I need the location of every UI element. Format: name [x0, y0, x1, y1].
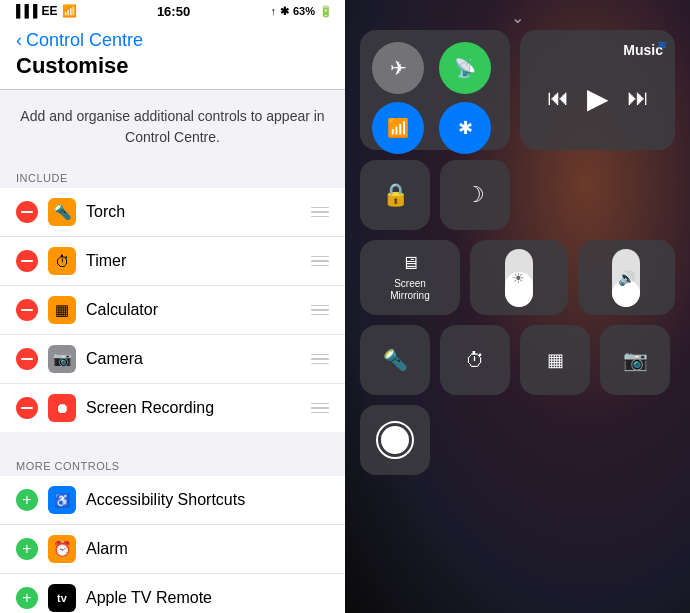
- cc-timer-button[interactable]: ⏱: [440, 325, 510, 395]
- signal-icon: ▐▐▐: [12, 4, 38, 18]
- cc-previous-button[interactable]: ⏮: [547, 85, 569, 111]
- cc-volume-slider[interactable]: 🔊: [578, 240, 676, 315]
- cc-cellular-button[interactable]: 📡: [439, 42, 491, 94]
- add-alarm-button[interactable]: [16, 538, 38, 560]
- cc-airplay-icon: ≋: [657, 38, 667, 52]
- cc-grid: ✈ 📡 📶 ✱ ≋ Music ⏮ ▶ ⏭ 🔒 ☽: [360, 30, 675, 475]
- cc-calculator-button[interactable]: ▦: [520, 325, 590, 395]
- description-text: Add and organise additional controls to …: [0, 90, 345, 164]
- remove-calculator-button[interactable]: [16, 299, 38, 321]
- cc-brightness-track: ☀: [505, 249, 533, 307]
- cc-screen-record-button[interactable]: [360, 405, 430, 475]
- more-controls-list: ♿ Accessibility Shortcuts ⏰ Alarm tv App…: [0, 476, 345, 613]
- cc-bluetooth-button[interactable]: ✱: [439, 102, 491, 154]
- screen-recording-icon: ⏺: [48, 394, 76, 422]
- reorder-calculator-handle[interactable]: [311, 305, 329, 316]
- status-bar-left: ▐▐▐ EE 📶: [12, 4, 77, 18]
- cc-volume-track: 🔊: [612, 249, 640, 307]
- page-title: Customise: [16, 53, 329, 79]
- cc-close-indicator[interactable]: ⌄: [511, 8, 524, 27]
- scroll-content: Add and organise additional controls to …: [0, 90, 345, 613]
- cc-brightness-icon: ☀: [512, 270, 525, 286]
- cc-record-dot: [381, 426, 409, 454]
- list-item: 📷 Camera: [0, 335, 345, 384]
- more-controls-section-header: MORE CONTROLS: [0, 452, 345, 476]
- status-bar: ▐▐▐ EE 📶 16:50 ↑ ✱ 63% 🔋: [0, 0, 345, 22]
- cc-do-not-disturb-button[interactable]: ☽: [440, 160, 510, 230]
- back-button[interactable]: ‹ Control Centre: [16, 30, 329, 51]
- status-bar-time: 16:50: [157, 4, 190, 19]
- cc-record-ring: [376, 421, 414, 459]
- reorder-torch-handle[interactable]: [311, 207, 329, 218]
- cc-network-tile: ✈ 📡 📶 ✱: [360, 30, 510, 150]
- apple-tv-label: Apple TV Remote: [86, 589, 329, 607]
- cc-airplane-button[interactable]: ✈: [372, 42, 424, 94]
- screen-recording-label: Screen Recording: [86, 399, 311, 417]
- reorder-screen-recording-handle[interactable]: [311, 403, 329, 414]
- include-section-header: INCLUDE: [0, 164, 345, 188]
- accessibility-icon: ♿: [48, 486, 76, 514]
- cc-music-controls: ⏮ ▶ ⏭: [532, 58, 663, 138]
- timer-icon: ⏱: [48, 247, 76, 275]
- alarm-icon: ⏰: [48, 535, 76, 563]
- control-centre-panel: ⌄ ✈ 📡 📶 ✱ ≋ Music ⏮ ▶ ⏭: [345, 0, 690, 613]
- cc-row-4: 🔦 ⏱ ▦ 📷: [360, 325, 675, 395]
- camera-icon: 📷: [48, 345, 76, 373]
- cc-row-5: [360, 405, 675, 475]
- alarm-label: Alarm: [86, 540, 329, 558]
- cc-screen-mirroring-button[interactable]: 🖥 ScreenMirroring: [360, 240, 460, 315]
- cc-camera-button[interactable]: 📷: [600, 325, 670, 395]
- bluetooth-icon: ✱: [280, 5, 289, 18]
- cc-row-3: 🖥 ScreenMirroring ☀ 🔊: [360, 240, 675, 315]
- cc-next-button[interactable]: ⏭: [627, 85, 649, 111]
- camera-label: Camera: [86, 350, 311, 368]
- list-item: ⏰ Alarm: [0, 525, 345, 574]
- cc-wifi-button[interactable]: 📶: [372, 102, 424, 154]
- remove-screen-recording-button[interactable]: [16, 397, 38, 419]
- calculator-label: Calculator: [86, 301, 311, 319]
- carrier-label: EE: [42, 4, 58, 18]
- battery-icon: 🔋: [319, 5, 333, 18]
- cc-screen-mirroring-icon: 🖥: [401, 253, 419, 274]
- add-apple-tv-button[interactable]: [16, 587, 38, 609]
- remove-torch-button[interactable]: [16, 201, 38, 223]
- calculator-icon: ▦: [48, 296, 76, 324]
- torch-icon: 🔦: [48, 198, 76, 226]
- apple-tv-icon: tv: [48, 584, 76, 612]
- cc-play-button[interactable]: ▶: [587, 82, 609, 115]
- include-list: 🔦 Torch ⏱ Timer ▦ Calculator 📷 Camera: [0, 188, 345, 432]
- battery-label: 63%: [293, 5, 315, 17]
- reorder-timer-handle[interactable]: [311, 256, 329, 267]
- cc-screen-mirroring-label: ScreenMirroring: [390, 278, 429, 302]
- list-item: ♿ Accessibility Shortcuts: [0, 476, 345, 525]
- list-item: ⏺ Screen Recording: [0, 384, 345, 432]
- cc-brightness-slider[interactable]: ☀: [470, 240, 568, 315]
- cc-music-tile: ≋ Music ⏮ ▶ ⏭: [520, 30, 675, 150]
- wifi-status-icon: 📶: [62, 4, 77, 18]
- back-label: Control Centre: [26, 30, 143, 51]
- back-chevron-icon: ‹: [16, 30, 22, 51]
- cc-row-2: 🔒 ☽: [360, 160, 675, 230]
- accessibility-label: Accessibility Shortcuts: [86, 491, 329, 509]
- status-bar-right: ↑ ✱ 63% 🔋: [270, 5, 333, 18]
- remove-camera-button[interactable]: [16, 348, 38, 370]
- list-item: ⏱ Timer: [0, 237, 345, 286]
- location-icon: ↑: [270, 5, 276, 17]
- cc-torch-button[interactable]: 🔦: [360, 325, 430, 395]
- left-panel: ▐▐▐ EE 📶 16:50 ↑ ✱ 63% 🔋 ‹ Control Centr…: [0, 0, 345, 613]
- cc-volume-icon: 🔊: [618, 270, 635, 286]
- cc-orientation-lock-button[interactable]: 🔒: [360, 160, 430, 230]
- list-item: ▦ Calculator: [0, 286, 345, 335]
- reorder-camera-handle[interactable]: [311, 354, 329, 365]
- timer-label: Timer: [86, 252, 311, 270]
- cc-row-1: ✈ 📡 📶 ✱ ≋ Music ⏮ ▶ ⏭: [360, 30, 675, 150]
- list-item: 🔦 Torch: [0, 188, 345, 237]
- torch-label: Torch: [86, 203, 311, 221]
- cc-music-title: Music: [532, 42, 663, 58]
- add-accessibility-button[interactable]: [16, 489, 38, 511]
- list-item: tv Apple TV Remote: [0, 574, 345, 613]
- remove-timer-button[interactable]: [16, 250, 38, 272]
- nav-bar: ‹ Control Centre Customise: [0, 22, 345, 90]
